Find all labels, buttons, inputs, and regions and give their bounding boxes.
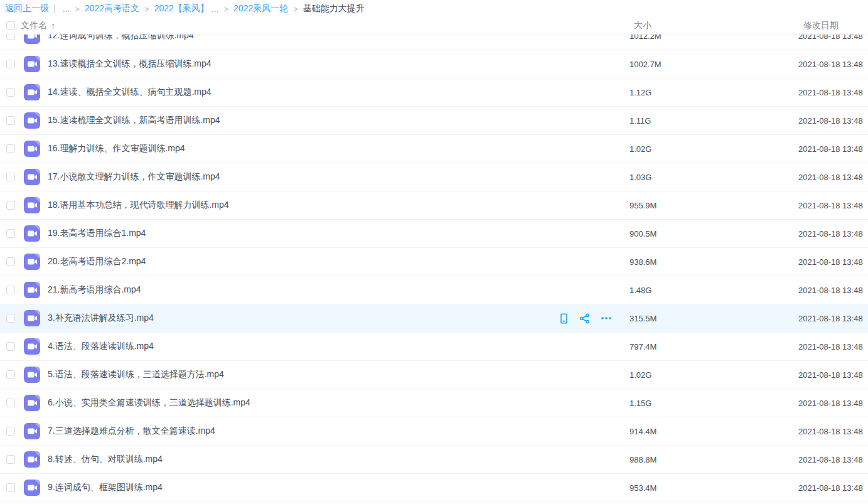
row-checkbox[interactable] — [6, 116, 15, 125]
file-size: 1.15G — [630, 399, 798, 408]
share-icon[interactable] — [579, 313, 590, 324]
breadcrumb-link[interactable]: 2022【乘风】 — [154, 3, 209, 14]
file-size: 1.03G — [630, 173, 798, 182]
file-name[interactable]: 9.连词成句、框架图训练.mp4 — [48, 482, 163, 493]
row-checkbox[interactable] — [6, 229, 15, 238]
row-checkbox[interactable] — [6, 35, 15, 40]
column-header-size[interactable]: 大小 — [630, 20, 798, 31]
file-size: 1012.2M — [630, 35, 798, 41]
row-checkbox[interactable] — [6, 88, 15, 97]
video-file-icon — [24, 112, 40, 129]
file-size: 1.02G — [630, 144, 798, 154]
row-checkbox[interactable] — [6, 399, 15, 407]
file-name[interactable]: 7.三道选择题难点分析，散文全篇速读.mp4 — [48, 426, 215, 437]
breadcrumb-separator: > — [144, 4, 149, 14]
file-size: 955.9M — [630, 201, 798, 210]
table-row[interactable]: 15.速读梳理全文训练，新高考语用训练.mp4 1.11G 2021-08-18… — [0, 107, 868, 135]
breadcrumb-separator: > — [75, 4, 80, 14]
row-checkbox[interactable] — [6, 483, 15, 492]
file-name[interactable]: 15.速读梳理全文训练，新高考语用训练.mp4 — [48, 115, 220, 126]
file-size: 953.4M — [630, 483, 798, 493]
table-row[interactable]: 18.语用基本功总结，现代诗歌理解力训练.mp4 955.9M 2021-08-… — [0, 191, 868, 220]
video-file-icon — [24, 141, 40, 157]
file-name[interactable]: 21.新高考语用综合.mp4 — [48, 284, 141, 296]
file-name[interactable]: 6.小说、实用类全篇速读训练，三道选择题训练.mp4 — [48, 397, 250, 409]
table-row[interactable]: 13.速读概括全文训练，概括压缩训练.mp4 1002.7M 2021-08-1… — [0, 50, 868, 78]
table-row[interactable]: 19.老高考语用综合1.mp4 900.5M 2021-08-18 13:48 — [0, 220, 868, 248]
row-checkbox[interactable] — [6, 201, 15, 210]
file-name[interactable]: 18.语用基本功总结，现代诗歌理解力训练.mp4 — [48, 200, 229, 211]
table-row[interactable]: 12.连词成句训练，概括压缩训练.mp4 1012.2M 2021-08-18 … — [0, 35, 868, 50]
table-row[interactable]: 4.语法、段落速读训练.mp4 797.4M 2021-08-18 13:48 — [0, 333, 868, 361]
file-modified-date: 2021-08-18 13:48 — [798, 314, 868, 323]
row-checkbox[interactable] — [6, 342, 15, 351]
file-modified-date: 2021-08-18 13:48 — [798, 35, 868, 41]
row-checkbox[interactable] — [6, 286, 15, 294]
file-name[interactable]: 4.语法、段落速读训练.mp4 — [48, 341, 154, 352]
breadcrumb-separator: > — [223, 4, 228, 14]
breadcrumb-ellipsis: ... — [63, 4, 70, 14]
file-size: 315.5M — [630, 314, 798, 323]
table-row[interactable]: 17.小说散文理解力训练，作文审题训练.mp4 1.03G 2021-08-18… — [0, 163, 868, 191]
column-header-modified[interactable]: 修改日期 — [798, 20, 868, 31]
file-list: 12.连词成句训练，概括压缩训练.mp4 1012.2M 2021-08-18 … — [0, 35, 868, 504]
row-checkbox[interactable] — [6, 370, 15, 379]
video-file-icon — [24, 310, 40, 326]
table-row[interactable]: 3.补充语法讲解及练习.mp4 — [0, 304, 868, 333]
select-all-checkbox[interactable] — [6, 21, 15, 30]
file-name[interactable]: 8.转述、仿句、对联训练.mp4 — [48, 454, 163, 465]
file-modified-date: 2021-08-18 13:48 — [798, 60, 868, 69]
breadcrumb: 返回上一级|...>2022高考语文>2022【乘风】...>2022乘风一轮>… — [0, 0, 868, 18]
table-row[interactable]: 6.小说、实用类全篇速读训练，三道选择题训练.mp4 1.15G 2021-08… — [0, 389, 868, 417]
video-file-icon — [24, 423, 40, 439]
row-checkbox[interactable] — [6, 173, 15, 181]
file-modified-date: 2021-08-18 13:48 — [798, 370, 868, 380]
video-file-icon — [24, 254, 40, 270]
breadcrumb-link[interactable]: 2022高考语文 — [85, 3, 139, 14]
column-header-filename[interactable]: 文件名 — [21, 20, 47, 31]
file-name[interactable]: 3.补充语法讲解及练习.mp4 — [48, 313, 154, 324]
file-name[interactable]: 13.速读概括全文训练，概括压缩训练.mp4 — [48, 58, 212, 70]
file-modified-date: 2021-08-18 13:48 — [798, 399, 868, 408]
row-checkbox[interactable] — [6, 314, 15, 323]
file-size: 914.4M — [630, 427, 798, 436]
table-row[interactable]: 5.语法、段落速读训练，三道选择题方法.mp4 1.02G 2021-08-18… — [0, 361, 868, 389]
sort-ascending-icon[interactable]: ↑ — [51, 21, 55, 31]
row-checkbox[interactable] — [6, 455, 15, 464]
file-size: 1.11G — [630, 116, 798, 126]
table-row[interactable]: 7.三道选择题难点分析，散文全篇速读.mp4 914.4M 2021-08-18… — [0, 417, 868, 446]
row-checkbox[interactable] — [6, 257, 15, 266]
file-size: 1.02G — [630, 370, 798, 380]
file-name[interactable]: 17.小说散文理解力训练，作文审题训练.mp4 — [48, 171, 220, 183]
table-row[interactable]: 21.新高考语用综合.mp4 1.48G 2021-08-18 13:48 — [0, 276, 868, 304]
row-checkbox[interactable] — [6, 60, 15, 68]
table-row[interactable]: 9.连词成句、框架图训练.mp4 953.4M 2021-08-18 13:48 — [0, 474, 868, 502]
file-size: 938.6M — [630, 257, 798, 267]
file-name[interactable]: 12.连词成句训练，概括压缩训练.mp4 — [48, 35, 194, 41]
file-size: 900.5M — [630, 229, 798, 239]
file-name[interactable]: 5.语法、段落速读训练，三道选择题方法.mp4 — [48, 369, 224, 380]
send-to-phone-icon[interactable] — [559, 313, 569, 324]
table-row[interactable]: 14.速读、概括全文训练、病句主观题.mp4 1.12G 2021-08-18 … — [0, 78, 868, 107]
row-checkbox[interactable] — [6, 144, 15, 153]
file-size: 1.12G — [630, 88, 798, 97]
breadcrumb-back-link[interactable]: 返回上一级 — [5, 3, 49, 14]
file-name[interactable]: 16.理解力训练、作文审题训练.mp4 — [48, 143, 185, 154]
video-file-icon — [24, 84, 40, 100]
breadcrumb-link[interactable]: 2022乘风一轮 — [233, 3, 288, 14]
file-name[interactable]: 19.老高考语用综合1.mp4 — [48, 228, 146, 239]
video-file-icon — [24, 395, 40, 411]
table-row[interactable]: 20.老高考语用综合2.mp4 938.6M 2021-08-18 13:48 — [0, 248, 868, 276]
breadcrumb-separator: > — [293, 4, 298, 14]
table-row[interactable]: 16.理解力训练、作文审题训练.mp4 1.02G 2021-08-18 13:… — [0, 135, 868, 163]
file-name[interactable]: 14.速读、概括全文训练、病句主观题.mp4 — [48, 87, 212, 98]
file-size: 988.8M — [630, 455, 798, 464]
file-modified-date: 2021-08-18 13:48 — [798, 88, 868, 97]
video-file-icon — [24, 197, 40, 213]
row-checkbox[interactable] — [6, 427, 15, 436]
table-row[interactable]: 8.转述、仿句、对联训练.mp4 988.8M 2021-08-18 13:48 — [0, 446, 868, 474]
file-size: 797.4M — [630, 342, 798, 351]
more-actions-icon[interactable] — [601, 316, 612, 320]
file-name[interactable]: 20.老高考语用综合2.mp4 — [48, 256, 146, 267]
file-modified-date: 2021-08-18 13:48 — [798, 286, 868, 295]
